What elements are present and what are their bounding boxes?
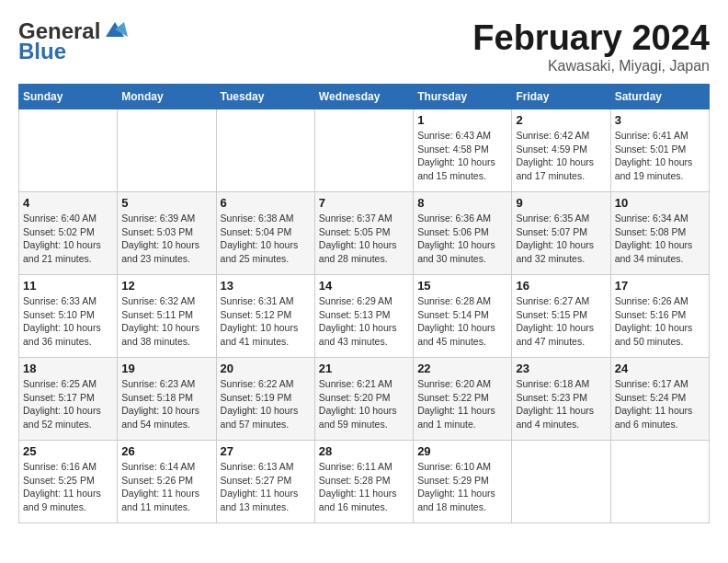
- calendar-cell: 9Sunrise: 6:35 AM Sunset: 5:07 PM Daylig…: [512, 192, 610, 275]
- page-header: General Blue February 2024 Kawasaki, Miy…: [18, 18, 710, 75]
- col-header-tuesday: Tuesday: [216, 85, 314, 109]
- day-info: Sunrise: 6:26 AM Sunset: 5:16 PM Dayligh…: [615, 294, 705, 349]
- day-info: Sunrise: 6:10 AM Sunset: 5:29 PM Dayligh…: [417, 460, 507, 514]
- calendar-cell: 15Sunrise: 6:28 AM Sunset: 5:14 PM Dayli…: [414, 275, 512, 358]
- day-info: Sunrise: 6:13 AM Sunset: 5:27 PM Dayligh…: [221, 460, 311, 514]
- calendar-cell: [314, 109, 413, 192]
- day-info: Sunrise: 6:14 AM Sunset: 5:26 PM Dayligh…: [121, 460, 211, 514]
- logo-icon: [102, 20, 128, 39]
- col-header-sunday: Sunday: [19, 85, 118, 109]
- calendar-cell: 13Sunrise: 6:31 AM Sunset: 5:12 PM Dayli…: [216, 275, 314, 358]
- day-info: Sunrise: 6:40 AM Sunset: 5:02 PM Dayligh…: [23, 212, 113, 266]
- calendar-cell: 22Sunrise: 6:20 AM Sunset: 5:22 PM Dayli…: [414, 358, 512, 441]
- col-header-thursday: Thursday: [414, 85, 512, 109]
- subtitle: Kawasaki, Miyagi, Japan: [472, 58, 710, 75]
- calendar-cell: 4Sunrise: 6:40 AM Sunset: 5:02 PM Daylig…: [19, 192, 118, 275]
- day-info: Sunrise: 6:17 AM Sunset: 5:24 PM Dayligh…: [615, 377, 705, 431]
- calendar-cell: [19, 109, 118, 192]
- logo-blue: Blue: [18, 39, 66, 64]
- day-number: 20: [221, 362, 311, 375]
- calendar-cell: 28Sunrise: 6:11 AM Sunset: 5:28 PM Dayli…: [314, 441, 413, 523]
- day-number: 23: [516, 362, 606, 375]
- day-number: 3: [615, 113, 705, 127]
- calendar-cell: [512, 441, 610, 523]
- col-header-friday: Friday: [512, 85, 610, 109]
- day-number: 6: [221, 196, 311, 210]
- day-info: Sunrise: 6:35 AM Sunset: 5:07 PM Dayligh…: [516, 212, 606, 266]
- week-row-2: 4Sunrise: 6:40 AM Sunset: 5:02 PM Daylig…: [19, 192, 710, 275]
- day-info: Sunrise: 6:20 AM Sunset: 5:22 PM Dayligh…: [417, 377, 507, 431]
- calendar-cell: [610, 441, 709, 523]
- week-row-3: 11Sunrise: 6:33 AM Sunset: 5:10 PM Dayli…: [19, 275, 710, 358]
- day-number: 15: [417, 279, 507, 293]
- header-row: SundayMondayTuesdayWednesdayThursdayFrid…: [19, 85, 710, 109]
- week-row-5: 25Sunrise: 6:16 AM Sunset: 5:25 PM Dayli…: [19, 441, 710, 523]
- col-header-saturday: Saturday: [610, 85, 709, 109]
- calendar-cell: 16Sunrise: 6:27 AM Sunset: 5:15 PM Dayli…: [512, 275, 610, 358]
- day-number: 19: [121, 362, 211, 375]
- day-info: Sunrise: 6:36 AM Sunset: 5:06 PM Dayligh…: [417, 212, 507, 266]
- calendar-cell: 27Sunrise: 6:13 AM Sunset: 5:27 PM Dayli…: [216, 441, 314, 523]
- day-number: 22: [417, 362, 507, 375]
- calendar-cell: 10Sunrise: 6:34 AM Sunset: 5:08 PM Dayli…: [610, 192, 709, 275]
- calendar-cell: 23Sunrise: 6:18 AM Sunset: 5:23 PM Dayli…: [512, 358, 610, 441]
- week-row-4: 18Sunrise: 6:25 AM Sunset: 5:17 PM Dayli…: [19, 358, 710, 441]
- day-number: 7: [319, 196, 409, 210]
- day-info: Sunrise: 6:18 AM Sunset: 5:23 PM Dayligh…: [516, 377, 606, 431]
- calendar-cell: 25Sunrise: 6:16 AM Sunset: 5:25 PM Dayli…: [19, 441, 118, 523]
- day-number: 29: [417, 444, 507, 458]
- day-number: 12: [121, 279, 211, 293]
- title-section: February 2024 Kawasaki, Miyagi, Japan: [472, 18, 710, 75]
- calendar-table: SundayMondayTuesdayWednesdayThursdayFrid…: [18, 84, 710, 523]
- day-number: 14: [319, 279, 409, 293]
- calendar-cell: [216, 109, 314, 192]
- day-info: Sunrise: 6:22 AM Sunset: 5:19 PM Dayligh…: [221, 377, 311, 431]
- calendar-cell: 6Sunrise: 6:38 AM Sunset: 5:04 PM Daylig…: [216, 192, 314, 275]
- day-number: 21: [319, 362, 409, 375]
- col-header-monday: Monday: [118, 85, 216, 109]
- day-info: Sunrise: 6:27 AM Sunset: 5:15 PM Dayligh…: [516, 294, 606, 349]
- calendar-cell: 1Sunrise: 6:43 AM Sunset: 4:58 PM Daylig…: [414, 109, 512, 192]
- day-number: 24: [615, 362, 705, 375]
- week-row-1: 1Sunrise: 6:43 AM Sunset: 4:58 PM Daylig…: [19, 109, 710, 192]
- calendar-cell: 11Sunrise: 6:33 AM Sunset: 5:10 PM Dayli…: [19, 275, 118, 358]
- day-number: 25: [23, 444, 113, 458]
- day-info: Sunrise: 6:29 AM Sunset: 5:13 PM Dayligh…: [319, 294, 409, 349]
- day-number: 27: [221, 444, 311, 458]
- calendar-cell: 21Sunrise: 6:21 AM Sunset: 5:20 PM Dayli…: [314, 358, 413, 441]
- day-number: 5: [121, 196, 211, 210]
- calendar-cell: 20Sunrise: 6:22 AM Sunset: 5:19 PM Dayli…: [216, 358, 314, 441]
- calendar-cell: 24Sunrise: 6:17 AM Sunset: 5:24 PM Dayli…: [610, 358, 709, 441]
- day-info: Sunrise: 6:28 AM Sunset: 5:14 PM Dayligh…: [417, 294, 507, 349]
- calendar-cell: 19Sunrise: 6:23 AM Sunset: 5:18 PM Dayli…: [118, 358, 216, 441]
- calendar-cell: 12Sunrise: 6:32 AM Sunset: 5:11 PM Dayli…: [118, 275, 216, 358]
- calendar-cell: 14Sunrise: 6:29 AM Sunset: 5:13 PM Dayli…: [314, 275, 413, 358]
- day-number: 17: [615, 279, 705, 293]
- day-info: Sunrise: 6:23 AM Sunset: 5:18 PM Dayligh…: [121, 377, 211, 431]
- day-info: Sunrise: 6:25 AM Sunset: 5:17 PM Dayligh…: [23, 377, 113, 431]
- calendar-cell: 7Sunrise: 6:37 AM Sunset: 5:05 PM Daylig…: [314, 192, 413, 275]
- calendar-cell: 2Sunrise: 6:42 AM Sunset: 4:59 PM Daylig…: [512, 109, 610, 192]
- day-number: 2: [516, 113, 606, 127]
- calendar-cell: 3Sunrise: 6:41 AM Sunset: 5:01 PM Daylig…: [610, 109, 709, 192]
- day-info: Sunrise: 6:33 AM Sunset: 5:10 PM Dayligh…: [23, 294, 113, 349]
- day-number: 16: [516, 279, 606, 293]
- day-number: 13: [221, 279, 311, 293]
- day-number: 1: [417, 113, 507, 127]
- day-info: Sunrise: 6:11 AM Sunset: 5:28 PM Dayligh…: [319, 460, 409, 514]
- day-info: Sunrise: 6:39 AM Sunset: 5:03 PM Dayligh…: [121, 212, 211, 266]
- logo: General Blue: [18, 18, 128, 64]
- day-number: 28: [319, 444, 409, 458]
- day-number: 10: [615, 196, 705, 210]
- day-info: Sunrise: 6:16 AM Sunset: 5:25 PM Dayligh…: [23, 460, 113, 514]
- day-info: Sunrise: 6:41 AM Sunset: 5:01 PM Dayligh…: [615, 129, 705, 183]
- calendar-cell: [118, 109, 216, 192]
- calendar-cell: 18Sunrise: 6:25 AM Sunset: 5:17 PM Dayli…: [19, 358, 118, 441]
- day-info: Sunrise: 6:43 AM Sunset: 4:58 PM Dayligh…: [417, 129, 507, 183]
- calendar-cell: 8Sunrise: 6:36 AM Sunset: 5:06 PM Daylig…: [414, 192, 512, 275]
- calendar-cell: 26Sunrise: 6:14 AM Sunset: 5:26 PM Dayli…: [118, 441, 216, 523]
- day-info: Sunrise: 6:32 AM Sunset: 5:11 PM Dayligh…: [121, 294, 211, 349]
- day-info: Sunrise: 6:21 AM Sunset: 5:20 PM Dayligh…: [319, 377, 409, 431]
- day-number: 4: [23, 196, 113, 210]
- day-number: 18: [23, 362, 113, 375]
